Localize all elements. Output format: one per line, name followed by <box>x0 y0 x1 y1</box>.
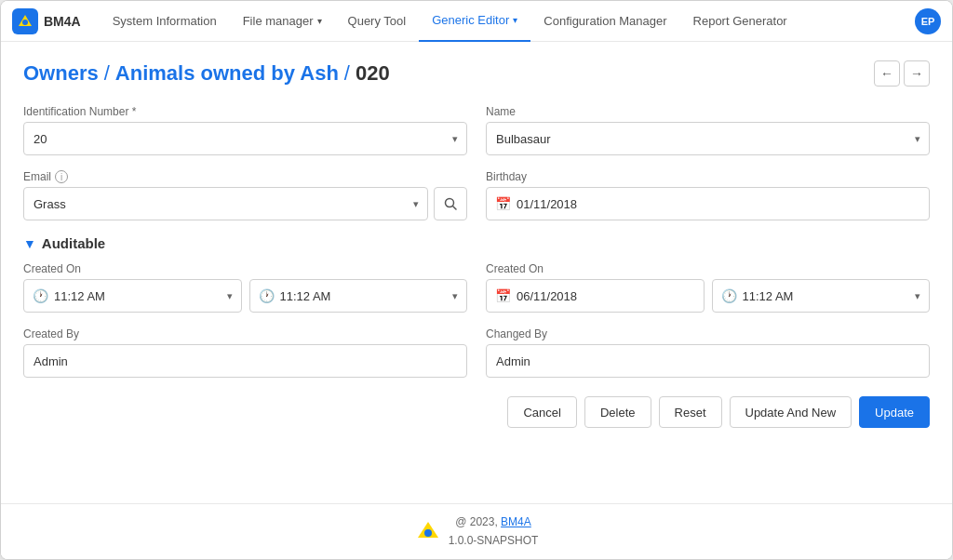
changed-by-input[interactable] <box>486 344 930 378</box>
prev-button[interactable]: ← <box>874 60 900 87</box>
navbar: BM4A System Information File manager ▾ Q… <box>1 1 952 42</box>
name-select[interactable]: Bulbasaur <box>486 122 930 155</box>
id-number-select[interactable]: 20 <box>23 122 467 155</box>
svg-point-1 <box>22 20 28 25</box>
nav-query-tool[interactable]: Query Tool <box>335 1 420 42</box>
changed-by-group: Changed By <box>486 327 930 378</box>
created-on-date-input[interactable] <box>486 279 705 313</box>
footer-brand-link[interactable]: BM4A <box>501 515 531 528</box>
created-by-input[interactable] <box>23 344 467 378</box>
main-content: Owners / Animals owned by Ash / 020 ← → … <box>1 42 952 503</box>
auditable-grid: Created On 🕐 11:12 AM ▾ 🕐 11: <box>23 262 930 378</box>
breadcrumb-sep2: / <box>344 61 350 86</box>
next-button[interactable]: → <box>904 60 930 87</box>
user-avatar[interactable]: EP <box>915 8 941 34</box>
generic-editor-arrow-icon: ▾ <box>513 15 517 25</box>
nav-report-generator[interactable]: Report Generator <box>680 1 800 42</box>
email-info-icon[interactable]: i <box>55 170 68 183</box>
nav-file-manager[interactable]: File manager ▾ <box>230 1 335 42</box>
action-bar: Cancel Delete Reset Update And New Updat… <box>23 396 930 428</box>
created-on-time2-wrapper: 🕐 11:12 AM ▾ <box>249 279 468 313</box>
created-on-time1-select[interactable]: 11:12 AM <box>23 279 242 313</box>
form-grid: Identification Number * 20 ▾ Name Bulbas… <box>23 105 930 220</box>
svg-point-5 <box>424 529 432 537</box>
email-group: Email i Grass ▾ <box>23 170 467 220</box>
svg-line-3 <box>453 207 457 210</box>
file-manager-arrow-icon: ▾ <box>317 16 322 26</box>
created-on-right-group: Created On 📅 🕐 11:12 AM ▾ <box>486 262 930 313</box>
logo[interactable]: BM4A <box>12 8 81 34</box>
footer: @ 2023, BM4A 1.0.0-SNAPSHOT <box>1 503 952 559</box>
email-search-button[interactable] <box>434 187 467 220</box>
created-on-left-time-pair: 🕐 11:12 AM ▾ 🕐 11:12 AM ▾ <box>23 279 467 313</box>
auditable-toggle-icon: ▼ <box>23 236 36 251</box>
email-label: Email i <box>23 170 467 183</box>
created-on-left-label: Created On <box>23 262 467 275</box>
footer-text: @ 2023, BM4A 1.0.0-SNAPSHOT <box>449 513 539 549</box>
auditable-header[interactable]: ▼ Auditable <box>23 235 930 251</box>
nav-generic-editor[interactable]: Generic Editor ▾ <box>419 1 530 42</box>
name-group: Name Bulbasaur ▾ <box>486 105 930 155</box>
birthday-input[interactable] <box>486 187 930 220</box>
logo-icon <box>12 8 38 34</box>
time1-clock-icon: 🕐 <box>33 288 48 303</box>
id-number-label: Identification Number * <box>23 105 467 118</box>
footer-logo-icon <box>415 519 441 545</box>
name-select-wrapper: Bulbasaur ▾ <box>486 122 930 155</box>
app-window: BM4A System Information File manager ▾ Q… <box>0 0 953 560</box>
birthday-date-wrapper: 📅 <box>486 187 930 220</box>
created-on-right-label: Created On <box>486 262 930 275</box>
breadcrumb-owners[interactable]: Owners <box>23 61 99 86</box>
breadcrumb-current: 020 <box>356 61 390 86</box>
nav-configuration-manager[interactable]: Configuration Manager <box>530 1 679 42</box>
email-select[interactable]: Grass <box>23 187 428 220</box>
auditable-section: ▼ Auditable Created On 🕐 11:12 AM ▾ <box>23 235 930 378</box>
id-number-select-wrapper: 20 ▾ <box>23 122 467 155</box>
search-icon <box>444 197 457 210</box>
nav-system-information[interactable]: System Information <box>100 1 230 42</box>
cancel-button[interactable]: Cancel <box>507 396 576 428</box>
reset-button[interactable]: Reset <box>659 396 722 428</box>
created-on-date-wrapper: 📅 <box>486 279 705 313</box>
breadcrumb-nav: ← → <box>874 60 930 87</box>
created-on-calendar-icon: 📅 <box>495 288 511 303</box>
delete-button[interactable]: Delete <box>584 396 651 428</box>
birthday-label: Birthday <box>486 170 930 183</box>
auditable-title: Auditable <box>42 235 105 251</box>
logo-text: BM4A <box>44 14 81 29</box>
created-on-right-pair: 📅 🕐 11:12 AM ▾ <box>486 279 930 313</box>
created-on-time2-select[interactable]: 11:12 AM <box>249 279 468 313</box>
id-number-group: Identification Number * 20 ▾ <box>23 105 467 155</box>
birthday-calendar-icon: 📅 <box>495 196 511 211</box>
created-on-time3-wrapper: 🕐 11:12 AM ▾ <box>712 279 931 313</box>
email-row: Grass ▾ <box>23 187 467 220</box>
time3-clock-icon: 🕐 <box>721 288 737 303</box>
time2-clock-icon: 🕐 <box>259 288 275 303</box>
created-by-label: Created By <box>23 327 467 340</box>
name-label: Name <box>486 105 930 118</box>
breadcrumb-sep1: / <box>104 61 110 86</box>
update-button[interactable]: Update <box>859 396 930 428</box>
changed-by-label: Changed By <box>486 327 930 340</box>
created-on-time1-wrapper: 🕐 11:12 AM ▾ <box>23 279 242 313</box>
breadcrumb-animals[interactable]: Animals owned by Ash <box>115 61 339 86</box>
created-on-left-group: Created On 🕐 11:12 AM ▾ 🕐 11: <box>23 262 467 313</box>
birthday-group: Birthday 📅 <box>486 170 930 220</box>
created-on-time3-select[interactable]: 11:12 AM <box>712 279 931 313</box>
nav-items: System Information File manager ▾ Query … <box>100 1 915 42</box>
update-and-new-button[interactable]: Update And New <box>730 396 852 428</box>
breadcrumb: Owners / Animals owned by Ash / 020 ← → <box>23 60 930 87</box>
email-select-wrapper: Grass ▾ <box>23 187 428 220</box>
created-by-group: Created By <box>23 327 467 378</box>
